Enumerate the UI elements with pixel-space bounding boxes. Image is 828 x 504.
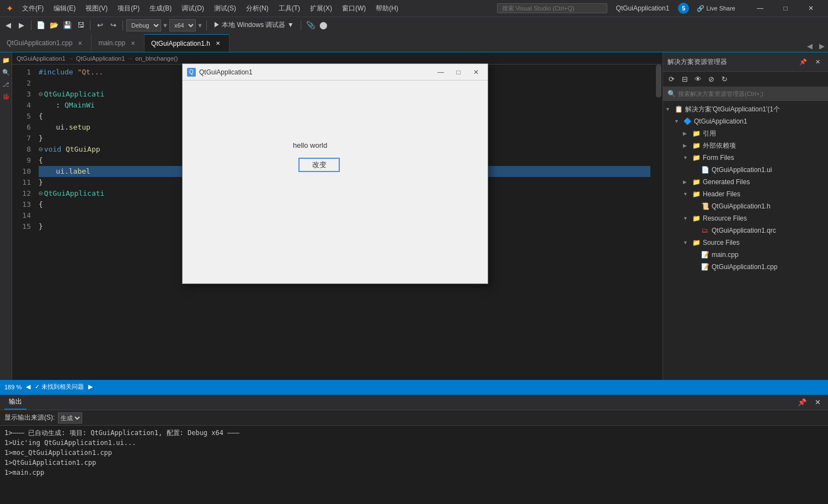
output-source-select[interactable]: 生成: [58, 412, 82, 423]
save-all-icon[interactable]: 🖫: [74, 19, 87, 31]
output-line: 1>QtGuiApplication1.cpp: [4, 458, 824, 468]
menu-item[interactable]: 视图(V): [81, 3, 112, 14]
tree-item-label: QtGuiApplication1: [694, 117, 747, 125]
tab-close-icon[interactable]: ✕: [129, 39, 137, 47]
se-collapse-icon[interactable]: ⊟: [679, 73, 691, 85]
output-tab[interactable]: 输出: [4, 395, 26, 410]
menu-item[interactable]: 帮助(H): [371, 3, 403, 14]
se-search-icon: 🔍: [667, 90, 676, 98]
se-filter-icon[interactable]: ⊘: [705, 73, 717, 85]
menu-item[interactable]: 生成(B): [145, 3, 176, 14]
platform-select[interactable]: x64: [169, 19, 196, 31]
tab-qtguiapplication1-h[interactable]: QtGuiApplication1.h ✕: [145, 34, 229, 52]
scrollbar-thumb[interactable]: [656, 65, 661, 98]
tree-file-icon: 📁: [692, 190, 701, 199]
output-pin-icon[interactable]: 📌: [796, 396, 808, 409]
breadcrumb-arrow-1: →: [68, 55, 74, 62]
tab-close-icon[interactable]: ✕: [213, 39, 222, 48]
tab-scroll-right-icon[interactable]: ▶: [816, 40, 828, 52]
forward-button[interactable]: ▶: [15, 19, 28, 31]
menu-item[interactable]: 分析(N): [242, 3, 273, 14]
scroll-next-icon[interactable]: ▶: [88, 383, 93, 390]
close-button[interactable]: ✕: [798, 0, 824, 17]
menu-item[interactable]: 调试(D): [177, 3, 209, 14]
no-issues-indicator[interactable]: ✓ 未找到相关问题: [35, 383, 84, 391]
se-close-icon[interactable]: ✕: [811, 56, 824, 68]
debug-icon[interactable]: 🐞: [1, 91, 12, 102]
tree-item[interactable]: ▼ 📁 Header Files: [663, 188, 828, 200]
breadcrumb-part-1: QtGuiApplication1: [17, 55, 66, 62]
global-search-input[interactable]: [497, 3, 607, 13]
breakpoint-icon[interactable]: ⬤: [318, 19, 330, 31]
output-content: 1>——— 已自动生成: 项目: QtGuiApplication1, 配置: …: [0, 426, 828, 504]
menu-item[interactable]: 工具(T): [274, 3, 305, 14]
minimize-button[interactable]: —: [747, 0, 773, 17]
output-close-icon[interactable]: ✕: [811, 396, 824, 409]
maximize-button[interactable]: □: [773, 0, 798, 17]
tree-item[interactable]: 🗂 QtGuiApplication1.qrc: [663, 224, 828, 237]
tree-item[interactable]: ▼ 🔷 QtGuiApplication1: [663, 115, 828, 127]
tree-item-label: Resource Files: [703, 215, 747, 222]
output-toolbar: 显示输出来源(S): 生成: [0, 410, 828, 426]
tab-qtguiapplication1-cpp[interactable]: QtGuiApplication1.cpp ✕: [0, 34, 92, 52]
se-show-all-icon[interactable]: 👁: [692, 73, 704, 85]
back-button[interactable]: ◀: [2, 19, 14, 31]
line-number: 1: [15, 67, 31, 78]
new-file-icon[interactable]: 📄: [35, 19, 47, 31]
tree-item[interactable]: 📜 QtGuiApplication1.h: [663, 200, 828, 212]
tree-item[interactable]: ▶ 📁 引用: [663, 127, 828, 140]
tree-item-label: QtGuiApplication1.qrc: [712, 227, 776, 234]
tree-item[interactable]: ▼ 📁 Source Files: [663, 237, 828, 249]
menu-item[interactable]: 项目(P): [113, 3, 144, 14]
menu-item[interactable]: 文件(F): [18, 3, 48, 14]
tree-item[interactable]: ▼ 📁 Form Files: [663, 152, 828, 164]
output-source-label: 显示输出来源(S):: [4, 413, 55, 422]
tree-item[interactable]: ▶ 📁 外部依赖项: [663, 140, 828, 152]
status-bar: 189 % ◀ ✓ 未找到相关问题 ▶: [0, 380, 828, 394]
debug-config-select[interactable]: Debug: [126, 19, 161, 31]
se-search-input[interactable]: [678, 90, 824, 97]
se-pin-icon[interactable]: 📌: [797, 56, 809, 68]
scroll-prev-icon[interactable]: ◀: [26, 383, 30, 390]
tree-item[interactable]: ▼ 📋 解决方案'QtGuiApplication1'(1个: [663, 103, 828, 115]
output-header: 输出 📌 ✕: [0, 395, 828, 410]
tab-scroll-left-icon[interactable]: ◀: [804, 40, 816, 52]
breadcrumb: QtGuiApplication1 → QtGuiApplication1 → …: [12, 52, 663, 65]
se-sync-icon[interactable]: ⟳: [665, 73, 677, 85]
qt-minimize-button[interactable]: —: [434, 66, 448, 78]
statusbar-left: 189 % ◀ ✓ 未找到相关问题 ▶: [4, 383, 93, 391]
attach-button[interactable]: 📎: [305, 19, 317, 31]
zoom-level[interactable]: 189 %: [4, 384, 22, 390]
redo-icon[interactable]: ↪: [107, 19, 119, 31]
tree-item[interactable]: 📝 QtGuiApplication1.cpp: [663, 261, 828, 273]
open-file-icon[interactable]: 📂: [48, 19, 60, 31]
tree-item[interactable]: ▼ 📁 Resource Files: [663, 212, 828, 224]
code-scrollbar[interactable]: [655, 65, 663, 380]
tree-item[interactable]: 📝 main.cpp: [663, 249, 828, 261]
output-line: 1>Uic'ing QtGuiApplication1.ui...: [4, 438, 824, 448]
tree-item[interactable]: ▶ 📁 Generated Files: [663, 176, 828, 188]
tree-item[interactable]: 📄 QtGuiApplication1.ui: [663, 164, 828, 176]
window-controls: — □ ✕: [747, 0, 824, 17]
tab-close-icon[interactable]: ✕: [76, 39, 84, 47]
qt-maximize-button[interactable]: □: [451, 66, 466, 78]
search-icon[interactable]: 🔍: [1, 67, 12, 78]
qt-change-button[interactable]: 改变: [298, 158, 340, 172]
qt-close-button[interactable]: ✕: [469, 66, 483, 78]
git-icon[interactable]: ⎇: [1, 79, 12, 90]
save-icon[interactable]: 💾: [61, 19, 73, 31]
live-share-button[interactable]: 🔗 Live Share: [692, 4, 740, 13]
menu-item[interactable]: 编辑(E): [49, 3, 80, 14]
line-number: 8: [15, 144, 31, 155]
tab-main-cpp[interactable]: main.cpp ✕: [92, 34, 145, 52]
activity-bar: 📁 🔍 ⎇ 🐞: [0, 52, 12, 380]
menu-item[interactable]: 窗口(W): [338, 3, 370, 14]
run-debugger-button[interactable]: ▶ 本地 Windows 调试器 ▼: [210, 19, 297, 31]
undo-icon[interactable]: ↩: [94, 19, 106, 31]
menu-item[interactable]: 测试(S): [210, 3, 241, 14]
explorer-icon[interactable]: 📁: [1, 55, 12, 66]
menu-item[interactable]: 扩展(X): [306, 3, 336, 14]
se-refresh-icon[interactable]: ↻: [718, 73, 730, 85]
output-panel: 输出 📌 ✕ 显示输出来源(S): 生成 1>——— 已自动生成: 项目: Qt…: [0, 394, 828, 504]
breadcrumb-arrow-2: →: [127, 55, 133, 62]
